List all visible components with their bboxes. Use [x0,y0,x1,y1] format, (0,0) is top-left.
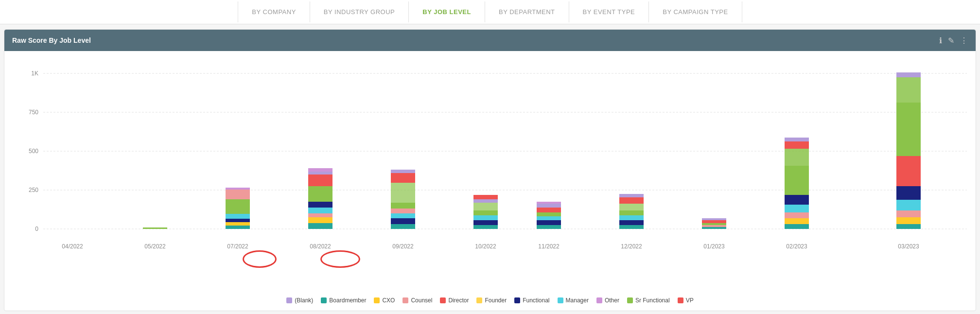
legend-manager-label: Manager [566,297,589,304]
edit-icon[interactable]: ✎ [948,36,954,45]
svg-text:0: 0 [35,226,38,232]
legend-counsel: Counsel [402,297,432,304]
svg-rect-59 [619,215,644,220]
svg-rect-86 [896,156,921,186]
chart-legend: (Blank) Boardmember CXO Counsel Director… [4,293,976,311]
legend-sr-functional-label: Sr Functional [635,297,670,304]
legend-other-dot [596,297,602,303]
svg-rect-34 [391,213,415,218]
svg-rect-72 [785,218,809,224]
legend-blank-label: (Blank) [295,297,313,304]
svg-rect-50 [537,220,561,225]
svg-rect-81 [896,224,921,229]
svg-rect-55 [537,202,561,204]
svg-rect-68 [702,220,726,223]
svg-rect-89 [896,72,921,77]
svg-rect-12 [143,227,167,229]
legend-sr-functional-dot [627,297,633,303]
svg-text:09/2022: 09/2022 [392,243,414,250]
legend-director: Director [440,297,469,304]
svg-rect-85 [896,186,921,200]
svg-rect-38 [391,173,415,183]
legend-other-label: Other [605,297,619,304]
svg-rect-69 [702,218,726,220]
svg-rect-54 [537,204,561,208]
legend-boardmember-label: Boardmember [329,297,366,304]
svg-rect-39 [391,170,415,173]
nav-by-department[interactable]: BY DEPARTMENT [485,1,569,22]
nav-by-event-type[interactable]: BY EVENT TYPE [569,1,649,22]
svg-rect-52 [537,212,561,216]
svg-rect-29 [308,172,332,174]
svg-rect-60 [619,210,644,215]
legend-manager-dot [558,297,563,303]
legend-manager: Manager [558,297,589,304]
svg-text:10/2022: 10/2022 [475,243,496,250]
legend-vp-label: VP [686,297,694,304]
chart-header-actions: ℹ ✎ ⋮ [939,36,968,45]
svg-rect-26 [308,202,332,208]
svg-rect-62 [619,197,644,204]
legend-sr-functional: Sr Functional [627,297,670,304]
info-icon[interactable]: ℹ [939,36,942,45]
svg-text:08/2022: 08/2022 [310,243,331,250]
svg-rect-28 [308,174,332,186]
legend-blank-dot [286,297,292,303]
svg-rect-79 [785,138,809,141]
legend-founder: Founder [476,297,507,304]
svg-rect-82 [896,217,921,224]
svg-rect-83 [896,210,921,217]
legend-counsel-dot [402,297,408,303]
svg-rect-47 [473,199,498,203]
svg-text:1K: 1K [31,70,38,77]
svg-text:250: 250 [29,187,38,193]
svg-rect-63 [619,194,644,197]
svg-rect-51 [537,216,561,220]
svg-rect-58 [619,220,644,225]
more-icon[interactable]: ⋮ [960,36,968,45]
svg-text:04/2022: 04/2022 [62,243,83,250]
svg-text:500: 500 [29,148,38,155]
legend-cxo: CXO [374,297,395,304]
svg-rect-27 [308,186,332,202]
svg-text:05/2022: 05/2022 [144,243,166,250]
svg-rect-71 [785,224,809,229]
svg-rect-42 [473,220,498,225]
legend-founder-dot [476,297,482,303]
svg-rect-57 [619,225,644,229]
svg-rect-41 [473,225,498,229]
legend-functional-dot [514,297,520,303]
legend-other: Other [596,297,619,304]
svg-rect-73 [785,212,809,218]
svg-rect-15 [226,222,250,226]
svg-rect-19 [226,190,250,199]
svg-rect-37 [391,183,415,203]
svg-rect-36 [391,203,415,209]
legend-boardmember-dot [321,297,327,303]
svg-rect-49 [537,225,561,229]
nav-by-job-level[interactable]: BY JOB LEVEL [409,1,485,22]
svg-text:12/2022: 12/2022 [621,243,642,250]
svg-rect-16 [226,219,250,222]
nav-by-campaign-type[interactable]: BY CAMPAIGN TYPE [649,1,742,22]
svg-text:03/2023: 03/2023 [898,243,919,250]
svg-rect-53 [537,208,561,212]
svg-rect-77 [785,149,809,166]
svg-rect-61 [619,204,644,210]
chart-header: Raw Score By Job Level ℹ ✎ ⋮ [4,30,976,51]
svg-rect-74 [785,205,809,212]
svg-rect-20 [226,188,250,190]
legend-functional: Functional [514,297,549,304]
svg-rect-14 [226,226,250,229]
nav-by-industry-group[interactable]: BY INDUSTRY GROUP [310,1,409,22]
nav-by-company[interactable]: BY COMPANY [238,1,310,22]
chart-area: 0 250 500 750 1K 04/2022 05/2022 07/2022 [4,51,976,293]
svg-rect-23 [308,217,332,223]
svg-rect-65 [702,227,726,229]
legend-cxo-dot [374,297,380,303]
svg-rect-75 [785,195,809,205]
svg-text:07/2022: 07/2022 [227,243,248,250]
chart-container: Raw Score By Job Level ℹ ✎ ⋮ 0 250 500 7… [4,29,976,311]
svg-rect-32 [391,224,415,229]
legend-functional-label: Functional [523,297,549,304]
